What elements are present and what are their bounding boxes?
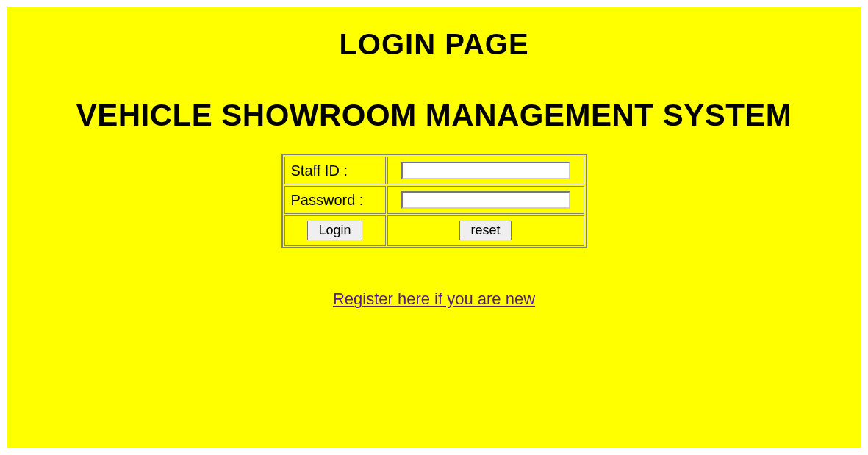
login-button-cell: Login <box>284 215 386 246</box>
page-title: LOGIN PAGE <box>7 28 861 61</box>
staff-id-input[interactable] <box>401 162 570 179</box>
main-panel: LOGIN PAGE VEHICLE SHOWROOM MANAGEMENT S… <box>7 7 861 448</box>
staff-id-label: Staff ID : <box>284 157 386 184</box>
password-input[interactable] <box>401 191 570 209</box>
login-button[interactable]: Login <box>307 221 362 240</box>
reset-button[interactable]: reset <box>459 221 511 240</box>
row-staff-id: Staff ID : <box>284 157 584 184</box>
row-buttons: Login reset <box>284 215 584 246</box>
row-password: Password : <box>284 186 584 214</box>
page-root: LOGIN PAGE VEHICLE SHOWROOM MANAGEMENT S… <box>0 0 868 455</box>
password-label: Password : <box>284 186 386 214</box>
login-form-table: Staff ID : Password : Login reset <box>281 154 587 248</box>
reset-button-cell: reset <box>387 215 584 246</box>
staff-id-input-cell <box>387 157 584 184</box>
password-input-cell <box>387 186 584 214</box>
system-title: VEHICLE SHOWROOM MANAGEMENT SYSTEM <box>7 98 861 133</box>
register-link[interactable]: Register here if you are new <box>333 290 535 309</box>
